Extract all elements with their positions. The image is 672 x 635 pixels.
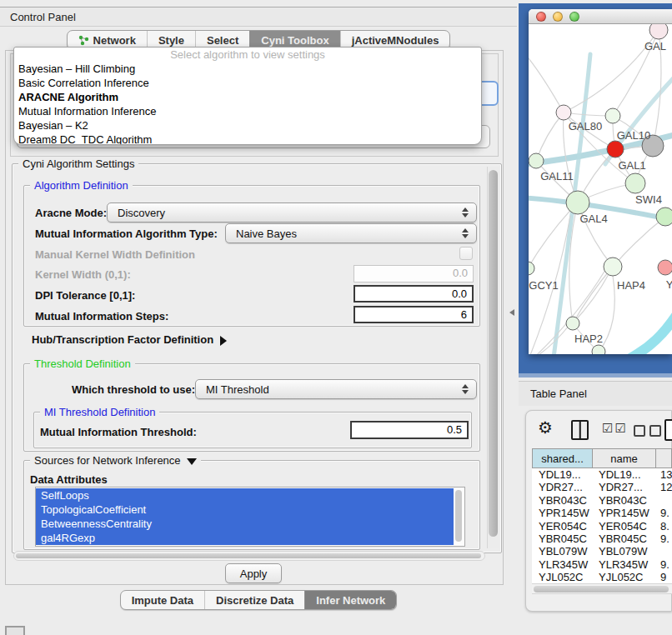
table-cell: 13: [660, 468, 672, 481]
minimize-traffic-light-icon[interactable]: [553, 12, 563, 22]
algorithm-option[interactable]: Dream8 DC_TDC Algorithm: [14, 132, 481, 145]
algorithm-option[interactable]: Bayesian – Hill Climbing: [14, 62, 481, 76]
table-cell: YDR27...: [539, 481, 583, 493]
collapse-arrow-icon: [187, 458, 197, 465]
table-cell: YJL052C: [539, 571, 583, 583]
apply-button[interactable]: Apply: [225, 563, 282, 583]
aracne-mode-select[interactable]: Discovery: [107, 202, 477, 222]
network-icon: [78, 35, 89, 46]
zoom-traffic-light-icon[interactable]: [569, 12, 579, 22]
gear-icon[interactable]: ⚙: [538, 419, 553, 436]
network-node[interactable]: [604, 258, 622, 276]
select-all-columns-icon[interactable]: ☑☑: [602, 421, 628, 436]
network-node[interactable]: [529, 153, 544, 168]
kernel-width-field[interactable]: 0.0: [354, 265, 474, 282]
column-header-name[interactable]: name: [592, 448, 656, 468]
table-row[interactable]: YBR045CYBR045C9.: [532, 532, 672, 546]
node-label: GAL10: [617, 129, 650, 142]
table-cell: 12: [660, 481, 672, 493]
network-node[interactable]: [658, 260, 672, 275]
network-node[interactable]: [529, 262, 534, 275]
settings-horizontal-scrollbar[interactable]: [13, 551, 485, 561]
panel-divider-handle[interactable]: [509, 309, 514, 316]
table-panel-title: Table Panel: [530, 388, 587, 400]
mi-type-label: Mutual Information Algorithm Type:: [35, 228, 218, 240]
table-row[interactable]: YPR145WYPR145W9.: [532, 507, 672, 520]
network-window[interactable]: GALGAL80GAL10GAL1GAL11GAL4SWI4GCY1HAP4YH…: [529, 9, 672, 354]
mi-type-select[interactable]: Naive Bayes: [225, 223, 477, 243]
attr-items: SelfLoopsTopologicalCoefficientBetweenne…: [36, 488, 454, 545]
tab-impute-data[interactable]: Impute Data: [121, 591, 204, 609]
attribute-item[interactable]: TopologicalCoefficient: [36, 502, 454, 517]
attribute-item[interactable]: gal4RGexp: [36, 531, 454, 545]
table-body: YDL19...YDL19...13YDR27...YDR27...12YBR0…: [532, 468, 672, 583]
network-node[interactable]: [649, 24, 668, 39]
table-row[interactable]: YLR345WYLR345W9.: [532, 558, 672, 572]
algorithm-option[interactable]: Bayesian – K2: [14, 118, 481, 132]
network-node[interactable]: [592, 345, 605, 354]
table-row[interactable]: YBL079WYBL079W: [532, 545, 672, 558]
settings-vertical-scrollbar[interactable]: [487, 167, 499, 548]
stepper-icon: [462, 208, 469, 218]
node-label: HAP4: [617, 279, 645, 292]
mi-threshold-label: Mutual Information Threshold:: [40, 426, 197, 438]
minimized-panel-icon[interactable]: [5, 626, 25, 635]
mi-steps-field[interactable]: 6: [354, 306, 474, 323]
network-window-titlebar[interactable]: [529, 9, 672, 24]
table-row[interactable]: YER054CYER054C8.: [532, 520, 672, 533]
algorithm-option[interactable]: ARACNE Algorithm: [14, 90, 481, 104]
list-vertical-scrollbar[interactable]: [454, 488, 464, 546]
manual-kernel-checkbox[interactable]: [459, 247, 473, 260]
node-label: GAL: [644, 40, 666, 52]
deselect-all-columns-icon[interactable]: [634, 425, 661, 437]
stepper-icon: [462, 384, 469, 394]
tab-infer-network[interactable]: Infer Network: [304, 591, 396, 609]
network-node[interactable]: [556, 105, 571, 120]
close-traffic-light-icon[interactable]: [536, 12, 546, 22]
mi-threshold-field[interactable]: 0.5: [350, 421, 469, 439]
tab-discretize-data[interactable]: Discretize Data: [204, 591, 304, 609]
network-node[interactable]: [605, 108, 620, 123]
attribute-item[interactable]: SelfLoops: [36, 488, 454, 502]
network-edge: [613, 217, 665, 267]
manual-kernel-label: Manual Kernel Width Definition: [35, 248, 195, 261]
new-table-icon[interactable]: [664, 419, 672, 441]
network-node[interactable]: [656, 208, 672, 226]
table-cell: 9: [660, 571, 666, 583]
table-row[interactable]: YDR27...YDR27...12: [532, 481, 672, 494]
sources-title[interactable]: Sources for Network Inference: [30, 454, 201, 467]
hub-definition-expander[interactable]: Hub/Transcription Factor Definition: [32, 333, 227, 346]
table-cell: YER054C: [599, 520, 647, 532]
mi-threshold-title: MI Threshold Definition: [40, 406, 159, 418]
network-node[interactable]: [566, 317, 579, 330]
network-edge: [629, 314, 672, 354]
dpi-tolerance-field[interactable]: 0.0: [354, 285, 474, 302]
network-node[interactable]: [607, 141, 624, 158]
network-edge: [573, 267, 613, 323]
table-horizontal-scrollbar[interactable]: [532, 583, 672, 594]
table-row[interactable]: YJL052CYJL052C9: [532, 571, 672, 583]
dpi-tolerance-label: DPI Tolerance [0,1]:: [35, 289, 135, 302]
split-columns-icon[interactable]: [571, 420, 589, 440]
network-canvas[interactable]: GALGAL80GAL10GAL1GAL11GAL4SWI4GCY1HAP4YH…: [529, 24, 672, 354]
algorithm-option[interactable]: Mutual Information Inference: [14, 104, 481, 118]
network-node[interactable]: [625, 173, 645, 193]
node-label: SWI4: [635, 193, 662, 206]
attribute-item[interactable]: BetweennessCentrality: [36, 517, 454, 531]
table-cell: YBR045C: [539, 532, 587, 545]
which-threshold-select[interactable]: MI Threshold: [195, 379, 477, 399]
table-cell: 9.: [660, 532, 669, 545]
data-attributes-label: Data Attributes: [30, 473, 108, 486]
control-panel-title: Control Panel: [10, 11, 76, 23]
network-node[interactable]: [566, 191, 589, 214]
table-cell: YDL19...: [539, 468, 581, 481]
table-row[interactable]: YDL19...YDL19...13: [532, 468, 672, 482]
network-edge: [573, 274, 609, 323]
table-cell: YJL052C: [599, 571, 643, 583]
algorithm-list: Bayesian – Hill ClimbingBasic Correlatio…: [14, 62, 481, 145]
data-attributes-list[interactable]: SelfLoopsTopologicalCoefficientBetweenne…: [35, 487, 465, 547]
column-header-partial[interactable]: [655, 448, 672, 468]
table-row[interactable]: YBR043CYBR043C: [532, 494, 672, 508]
column-header-shared[interactable]: shared...: [532, 448, 593, 468]
algorithm-option[interactable]: Basic Correlation Inference: [14, 76, 481, 90]
